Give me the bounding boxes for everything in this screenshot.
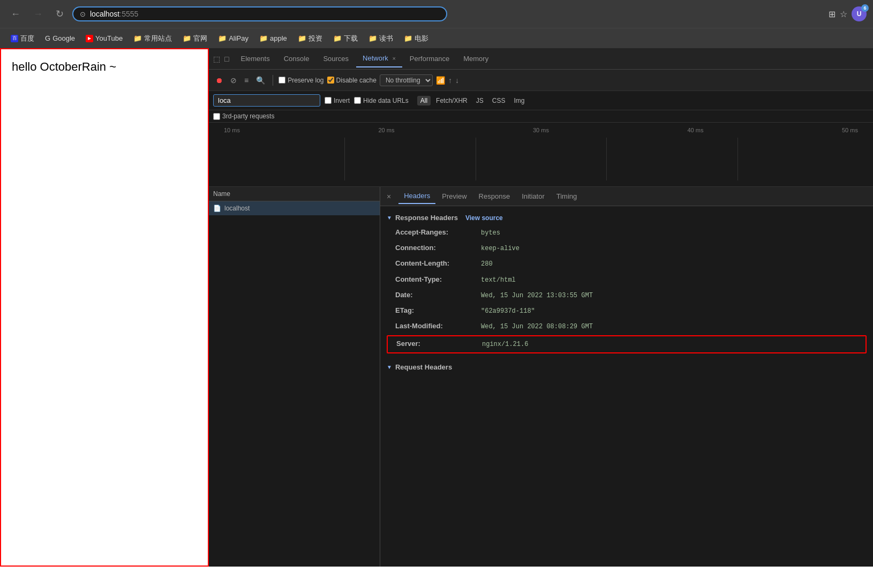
devtools-tab-icons: ⬚ □ (213, 55, 229, 63)
profile-button[interactable]: U 6 (852, 6, 867, 21)
header-key: Connection: (395, 243, 481, 254)
tab-memory[interactable]: Memory (457, 50, 495, 67)
details-close-btn[interactable]: × (385, 190, 393, 203)
folder-icon: 📁 (183, 34, 191, 42)
wifi-icon[interactable]: 📶 (436, 76, 445, 85)
header-key: Accept-Ranges: (395, 227, 481, 238)
folder-icon: 📁 (404, 34, 412, 42)
download-icon[interactable]: ↓ (455, 76, 459, 85)
third-party-label[interactable]: 3rd-party requests (213, 112, 274, 120)
details-tab-timing[interactable]: Timing (551, 189, 583, 203)
bookmark-google[interactable]: G Google (41, 33, 79, 43)
tab-close-icon[interactable]: × (392, 55, 395, 62)
filter-button[interactable]: ≡ (242, 75, 251, 86)
folder-icon: 📁 (333, 34, 342, 42)
throttle-select[interactable]: No throttling (380, 74, 433, 86)
page-content: hello OctoberRain ~ (0, 48, 209, 567)
header-row-content-length: Content-Length: 280 (387, 256, 867, 272)
preserve-log-checkbox[interactable] (279, 77, 285, 84)
header-row-accept-ranges: Accept-Ranges: bytes (387, 225, 867, 240)
invert-checkbox[interactable] (325, 97, 332, 104)
name-column-header: Name (213, 190, 230, 198)
inspect-icon[interactable]: ⬚ (213, 55, 220, 63)
header-key: Date: (395, 290, 481, 301)
refresh-button[interactable]: ↻ (51, 6, 68, 22)
record-button[interactable]: ⏺ (213, 75, 225, 86)
invert-label[interactable]: Invert (325, 97, 350, 104)
header-val: nginx/1.21.6 (482, 340, 528, 350)
bookmark-touzi[interactable]: 📁 投资 (293, 33, 327, 44)
devtools-panel: ⬚ □ Elements Console Sources Network × P… (209, 48, 873, 567)
bookmark-baidu[interactable]: 百 百度 (6, 33, 39, 44)
back-button[interactable]: ← (6, 6, 25, 22)
details-tab-initiator[interactable]: Initiator (516, 189, 550, 203)
youtube-icon: ▶ (86, 35, 93, 42)
address-bar[interactable]: ⊙ localhost:5555 (72, 6, 447, 21)
disable-cache-text: Disable cache (336, 77, 377, 84)
bookmarks-bar: 百 百度 G Google ▶ YouTube 📁 常用站点 📁 官网 📁 Al… (0, 28, 873, 48)
folder-icon: 📁 (133, 34, 142, 42)
filter-type-buttons: All Fetch/XHR JS CSS Img (417, 96, 528, 105)
devtools-tabs: ⬚ □ Elements Console Sources Network × P… (209, 48, 873, 70)
timeline-marker: 10 ms (224, 127, 240, 133)
separator (273, 75, 273, 86)
bookmark-dianying[interactable]: 📁 电影 (400, 33, 433, 44)
bookmark-label: 官网 (193, 34, 207, 43)
request-row[interactable]: 📄 localhost (209, 201, 380, 215)
tab-elements[interactable]: Elements (234, 50, 276, 67)
tab-console[interactable]: Console (277, 50, 316, 67)
bookmark-dushu[interactable]: 📁 读书 (364, 33, 397, 44)
filter-img-btn[interactable]: Img (510, 96, 528, 105)
third-party-checkbox[interactable] (213, 113, 220, 120)
header-row-date: Date: Wed, 15 Jun 2022 13:03:55 GMT (387, 288, 867, 303)
details-panel: × Headers Preview Response Initiator Tim… (380, 187, 873, 567)
timeline-grid (213, 138, 869, 180)
hide-data-urls-label[interactable]: Hide data URLs (354, 97, 409, 104)
bookmark-xiazai[interactable]: 📁 下载 (329, 33, 362, 44)
filter-css-btn[interactable]: CSS (489, 96, 509, 105)
details-tab-response[interactable]: Response (473, 189, 516, 203)
details-tab-preview[interactable]: Preview (436, 189, 472, 203)
header-val: 280 (481, 259, 493, 269)
header-row-last-modified: Last-Modified: Wed, 15 Jun 2022 08:08:29… (387, 319, 867, 334)
search-button[interactable]: 🔍 (254, 75, 267, 86)
tab-network[interactable]: Network × (356, 50, 402, 67)
response-headers-section[interactable]: ▼ Response Headers View source (387, 210, 867, 225)
bookmark-label: YouTube (95, 34, 123, 42)
clear-button[interactable]: ⊘ (228, 75, 239, 86)
filter-js-btn[interactable]: JS (473, 96, 487, 105)
requests-list: Name 📄 localhost (209, 187, 380, 567)
header-key: ETag: (395, 305, 481, 316)
disable-cache-checkbox[interactable] (327, 77, 334, 84)
bookmark-label: 投资 (308, 34, 322, 43)
main-area: hello OctoberRain ~ ⬚ □ Elements Console… (0, 48, 873, 567)
extensions-icon[interactable]: ⊞ (829, 9, 836, 19)
header-key: Content-Type: (395, 274, 481, 285)
filter-all-btn[interactable]: All (417, 96, 431, 105)
timeline-area: 10 ms 20 ms 30 ms 40 ms 50 ms (209, 123, 873, 187)
google-icon: G (45, 34, 50, 42)
view-source-btn[interactable]: View source (465, 214, 503, 222)
hide-data-urls-checkbox[interactable] (354, 97, 361, 104)
requests-header: Name (209, 187, 380, 201)
bookmark-guanwang[interactable]: 📁 官网 (178, 33, 212, 44)
bookmark-label: 百度 (20, 34, 34, 43)
bookmark-alipay[interactable]: 📁 AliPay (214, 33, 253, 43)
filter-fetch-xhr-btn[interactable]: Fetch/XHR (433, 96, 471, 105)
filter-input[interactable] (213, 94, 320, 107)
details-tab-headers[interactable]: Headers (398, 189, 435, 204)
details-content: ▼ Response Headers View source Accept-Ra… (380, 206, 873, 379)
star-icon[interactable]: ☆ (840, 9, 847, 19)
device-icon[interactable]: □ (224, 55, 229, 63)
tab-sources[interactable]: Sources (317, 50, 355, 67)
preserve-log-label[interactable]: Preserve log (279, 77, 323, 84)
bookmark-apple[interactable]: 📁 apple (255, 33, 291, 43)
bookmark-changyong[interactable]: 📁 常用站点 (129, 33, 176, 44)
bookmark-youtube[interactable]: ▶ YouTube (81, 33, 127, 43)
baidu-icon: 百 (11, 35, 18, 42)
tab-performance[interactable]: Performance (403, 50, 456, 67)
request-headers-section[interactable]: ▼ Request Headers (387, 360, 867, 374)
upload-icon[interactable]: ↑ (448, 76, 452, 85)
disable-cache-label[interactable]: Disable cache (327, 77, 377, 84)
forward-button[interactable]: → (29, 6, 47, 22)
